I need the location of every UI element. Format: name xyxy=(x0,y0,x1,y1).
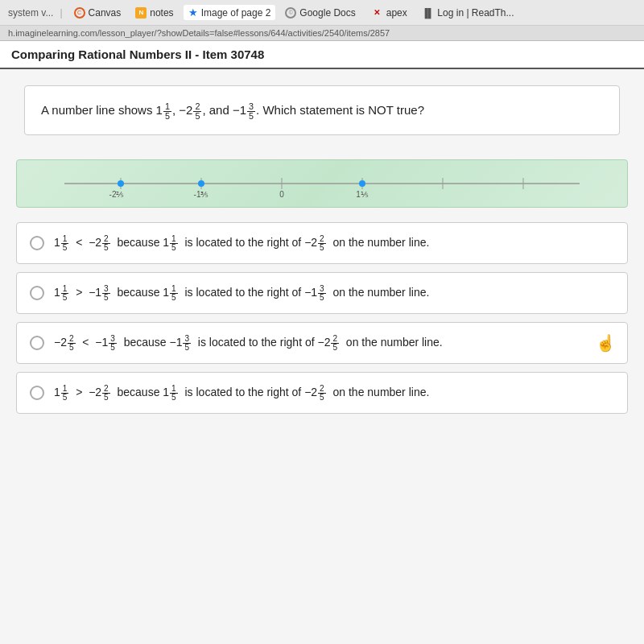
tab-login[interactable]: ▐▌ Log in | ReadTh... xyxy=(417,6,519,20)
tab-apex[interactable]: ✕ apex xyxy=(365,6,412,20)
notes-icon: N xyxy=(135,7,147,19)
svg-point-11 xyxy=(118,180,124,187)
question-box: A number line shows 115, −225, and −135.… xyxy=(24,85,620,135)
question-text: A number line shows 115, −225, and −135.… xyxy=(41,103,424,117)
tab-divider: | xyxy=(60,7,62,19)
tab-canvas[interactable]: C Canvas xyxy=(69,6,126,20)
url-text: h.imaginelearning.com/lesson_player/?sho… xyxy=(8,28,390,38)
tab-system[interactable]: system v... xyxy=(8,7,53,19)
tab-login-label: Log in | ReadTh... xyxy=(437,7,514,19)
radio-d[interactable] xyxy=(30,386,44,400)
google-docs-icon: © xyxy=(285,7,296,19)
hand-cursor-icon: ☝ xyxy=(596,333,616,353)
tab-google-docs[interactable]: © Google Docs xyxy=(280,6,360,20)
svg-text:1⅕: 1⅕ xyxy=(356,190,369,199)
answer-choice-d[interactable]: 115 > −225 because 115 is located to the… xyxy=(16,372,628,414)
page-header: Comparing Rational Numbers II - Item 307… xyxy=(0,41,644,69)
main-content: A number line shows 115, −225, and −135.… xyxy=(0,69,644,644)
tab-canvas-label: Canvas xyxy=(89,7,122,19)
svg-point-12 xyxy=(198,180,204,187)
radio-c[interactable] xyxy=(30,336,44,350)
svg-point-13 xyxy=(359,180,365,187)
svg-text:-2⅖: -2⅖ xyxy=(109,190,125,199)
page-title: Comparing Rational Numbers II - Item 307… xyxy=(11,47,264,61)
star-icon: ★ xyxy=(188,6,198,19)
radio-a[interactable] xyxy=(30,236,44,250)
browser-bar: system v... | C Canvas N notes ★ Image o… xyxy=(0,0,644,26)
radio-b[interactable] xyxy=(30,286,44,300)
tab-google-docs-label: Google Docs xyxy=(299,7,355,19)
answer-text-d: 115 > −225 because 115 is located to the… xyxy=(54,384,614,402)
tab-notes-label: notes xyxy=(150,7,173,19)
number-line-svg: -2⅖ -1⅗ 0 1⅕ xyxy=(40,167,604,200)
tab-image-of-page-2[interactable]: ★ Image of page 2 xyxy=(184,5,276,20)
answer-text-c: −225 < −135 because −135 is located to t… xyxy=(54,334,614,352)
svg-text:-1⅗: -1⅗ xyxy=(194,190,209,199)
number-line-visual: -2⅖ -1⅗ 0 1⅕ xyxy=(16,159,628,208)
answer-choice-a[interactable]: 115 < −225 because 115 is located to the… xyxy=(16,222,628,264)
apex-icon: ✕ xyxy=(370,8,383,18)
login-bars-icon: ▐▌ xyxy=(422,8,435,18)
tab-notes[interactable]: N notes xyxy=(130,6,178,20)
answer-text-a: 115 < −225 because 115 is located to the… xyxy=(54,234,614,252)
answer-choice-c[interactable]: −225 < −135 because −135 is located to t… xyxy=(16,322,628,364)
svg-text:0: 0 xyxy=(279,190,284,199)
canvas-icon: C xyxy=(74,7,85,19)
tab-image-label: Image of page 2 xyxy=(201,7,271,19)
url-bar[interactable]: h.imaginelearning.com/lesson_player/?sho… xyxy=(0,26,644,41)
answer-choice-b[interactable]: 115 > −135 because 115 is located to the… xyxy=(16,272,628,314)
answer-text-b: 115 > −135 because 115 is located to the… xyxy=(54,284,614,302)
tab-apex-label: apex xyxy=(386,7,407,19)
